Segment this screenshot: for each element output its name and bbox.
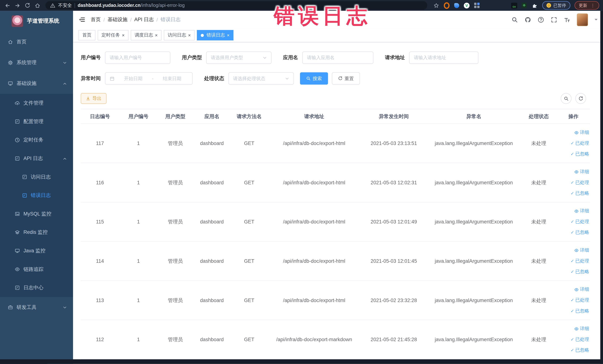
- extension-paused-pill[interactable]: ☺已暂停: [542, 1, 570, 10]
- page-url[interactable]: dashboard.yudao.iocoder.cn/infra/log/api…: [78, 3, 185, 8]
- processed-link[interactable]: ✓已处理: [570, 297, 589, 304]
- extension-git-icon[interactable]: Git: [511, 2, 517, 8]
- sidebar-item-system-mgmt[interactable]: 系统管理: [0, 52, 73, 73]
- close-tab-icon[interactable]: ×: [122, 33, 125, 37]
- filter-process-status: 处理状态 请选择处理状态: [204, 72, 294, 84]
- reset-button[interactable]: 重置: [332, 72, 360, 84]
- browser-back-button[interactable]: [4, 2, 11, 9]
- sidebar-item-java-monitor[interactable]: Java 监控: [0, 242, 73, 260]
- cell-status: 未处理: [521, 218, 557, 225]
- tab-错误日志[interactable]: 错误日志×: [197, 30, 233, 40]
- sidebar-item-tracing[interactable]: 链路追踪: [0, 260, 73, 279]
- sidebar-logo-row[interactable]: 芋道管理系统: [0, 11, 73, 32]
- sidebar-item-infrastructure[interactable]: 基础设施: [0, 73, 73, 94]
- browser-reload-button[interactable]: [24, 2, 31, 9]
- export-button[interactable]: 导出: [81, 93, 107, 104]
- user-avatar[interactable]: [577, 13, 588, 26]
- detail-link[interactable]: 详细: [574, 247, 589, 254]
- column-header: 请求方法名: [231, 109, 268, 124]
- processed-link[interactable]: ✓已处理: [570, 336, 589, 343]
- github-icon[interactable]: [525, 16, 531, 23]
- sidebar-item-home[interactable]: 首页: [0, 32, 73, 52]
- detail-link[interactable]: 详细: [574, 325, 589, 332]
- font-size-icon[interactable]: [564, 16, 570, 23]
- sidebar-item-dev-tools[interactable]: 研发工具: [0, 297, 73, 318]
- refresh-table-button[interactable]: [575, 93, 586, 104]
- sidebar-item-log-center[interactable]: 日志中心: [0, 279, 73, 297]
- search-icon[interactable]: [511, 16, 518, 23]
- tab-访问日志[interactable]: 访问日志×: [164, 30, 195, 40]
- ignored-link[interactable]: ✓已忽略: [570, 190, 589, 197]
- request-url-input[interactable]: [409, 52, 478, 64]
- sidebar-item-redis-monitor[interactable]: Redis 监控: [0, 223, 73, 242]
- extension-plant-icon[interactable]: ❉: [522, 3, 527, 8]
- extension-orange-icon[interactable]: [444, 2, 450, 8]
- bookmark-star-icon[interactable]: [433, 2, 440, 9]
- toggle-search-button[interactable]: [561, 93, 571, 104]
- sidebar-item-label: 错误日志: [31, 192, 51, 199]
- ignored-link[interactable]: ✓已忽略: [570, 151, 589, 157]
- security-label[interactable]: 不安全: [58, 2, 72, 9]
- sidebar-item-file-mgmt[interactable]: 文件管理: [0, 94, 73, 112]
- more-options-icon[interactable]: ⋮: [591, 3, 595, 8]
- window-bottom-edge: [0, 359, 603, 364]
- tab-调度日志[interactable]: 调度日志×: [131, 30, 162, 40]
- extension-grid-icon[interactable]: [474, 2, 480, 8]
- close-tab-icon[interactable]: ×: [188, 33, 191, 37]
- detail-link[interactable]: 详细: [574, 129, 589, 136]
- user-type-select[interactable]: 请选择用户类型: [206, 52, 272, 64]
- detail-link[interactable]: 详细: [574, 286, 589, 293]
- ignored-link[interactable]: ✓已忽略: [570, 269, 589, 275]
- browser-home-button[interactable]: [34, 2, 41, 9]
- security-warning-icon[interactable]: [50, 2, 55, 9]
- exception-time-range-picker[interactable]: 开始日期 - 结束日期: [105, 72, 193, 84]
- close-tab-icon[interactable]: ×: [155, 33, 158, 37]
- process-status-select[interactable]: 请选择处理状态: [228, 72, 294, 84]
- cell-method: GET: [231, 219, 268, 224]
- sidebar-item-api-log[interactable]: API 日志: [0, 149, 73, 168]
- ignored-link[interactable]: ✓已忽略: [570, 308, 589, 314]
- sidebar-collapse-button[interactable]: [78, 16, 85, 23]
- search-button[interactable]: 搜索: [300, 72, 328, 84]
- ignored-link[interactable]: ✓已忽略: [570, 347, 589, 353]
- help-icon[interactable]: [538, 16, 544, 23]
- breadcrumb-item[interactable]: API 日志: [134, 16, 154, 23]
- sidebar-item-error-log[interactable]: 错误日志: [0, 186, 73, 205]
- browser-forward-button[interactable]: [14, 2, 21, 9]
- browser-update-button[interactable]: 更新⋮: [574, 1, 599, 10]
- filter-request-url: 请求地址: [385, 52, 478, 64]
- extensions-puzzle-icon[interactable]: [531, 2, 538, 9]
- tab-定时任务[interactable]: 定时任务×: [98, 30, 128, 40]
- fullscreen-icon[interactable]: [551, 16, 557, 23]
- extension-vue-devtools-icon[interactable]: V: [464, 2, 470, 8]
- action-label: 已处理: [575, 258, 589, 264]
- screen: 错误日志 不安全 dashboard.yudao.iocoder.cn/infr…: [0, 0, 603, 364]
- close-tab-icon[interactable]: ×: [227, 33, 230, 37]
- home-icon: [8, 39, 13, 45]
- request-url-label: 请求地址: [385, 54, 405, 61]
- gear-icon: [8, 60, 13, 65]
- extension-blue-icon[interactable]: [454, 2, 460, 8]
- processed-link[interactable]: ✓已处理: [570, 218, 589, 225]
- sidebar-item-label: 配置管理: [23, 118, 44, 125]
- breadcrumb-item[interactable]: 首页: [91, 16, 101, 23]
- action-label: 已处理: [575, 179, 589, 186]
- form-icon: [22, 174, 27, 180]
- processed-link[interactable]: ✓已处理: [570, 258, 589, 264]
- tab-首页[interactable]: 首页: [78, 30, 95, 40]
- sidebar-item-scheduled-jobs[interactable]: 定时任务: [0, 131, 73, 149]
- processed-link[interactable]: ✓已处理: [570, 140, 589, 146]
- ignored-link[interactable]: ✓已忽略: [570, 229, 589, 236]
- detail-link[interactable]: 详细: [574, 208, 589, 214]
- sidebar-item-access-log[interactable]: 访问日志: [0, 168, 73, 186]
- sidebar-item-config-mgmt[interactable]: 配置管理: [0, 112, 73, 131]
- table-tools: [561, 93, 586, 104]
- app-name-input[interactable]: [302, 52, 373, 64]
- processed-link[interactable]: ✓已处理: [570, 179, 589, 186]
- detail-link[interactable]: 详细: [574, 169, 589, 175]
- sidebar-item-mysql-monitor[interactable]: MySQL 监控: [0, 205, 73, 223]
- cell-status: 未处理: [521, 258, 557, 264]
- breadcrumb-item[interactable]: 基础设施: [107, 16, 128, 23]
- user-id-input[interactable]: [105, 52, 170, 64]
- caret-down-icon[interactable]: [594, 19, 598, 22]
